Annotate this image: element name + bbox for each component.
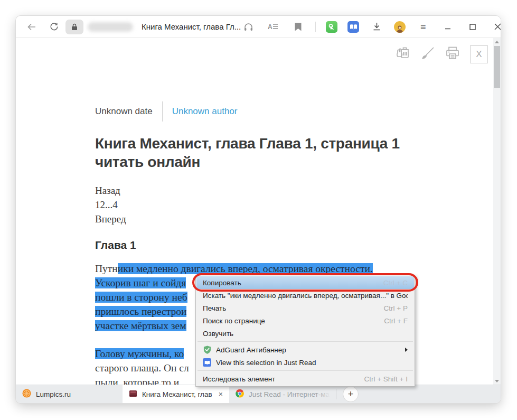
- menu-item-find-on-page[interactable]: Поиск по странице Ctrl + F: [196, 314, 414, 327]
- reload-icon[interactable]: [46, 20, 61, 34]
- scrollbar-thumb[interactable]: [494, 46, 500, 88]
- menu-item-search-google[interactable]: Искать "ики медленно двигались вперед, о…: [196, 289, 414, 302]
- article-title: Книга Механист, глава Глава 1, страница …: [95, 134, 418, 171]
- svg-text:A: A: [268, 23, 272, 31]
- minimize-icon[interactable]: [440, 20, 455, 34]
- browser-toolbar: Книга Механист, глава Гл... A: [16, 16, 501, 38]
- reader-mode-icon[interactable]: A: [266, 20, 280, 34]
- tab-just-read[interactable]: Just Read - Интернет-мага: [229, 385, 336, 403]
- nav-back-link[interactable]: Назад: [95, 183, 425, 198]
- menu-item-read-aloud[interactable]: Озвучить: [196, 327, 414, 340]
- tab-close-icon[interactable]: ×: [219, 390, 223, 398]
- shortcut-label: Ctrl + Shift + I: [358, 375, 408, 383]
- profile-avatar[interactable]: [394, 21, 406, 33]
- page-title: Книга Механист, глава Гл...: [142, 22, 241, 31]
- context-menu: Копировать Ctrl + C Искать "ики медленно…: [195, 275, 415, 387]
- tab-label-fade: [316, 385, 331, 403]
- selected-text: участке мёртвых зем: [95, 320, 186, 331]
- selected-text: Ускорив шаг и сойдя: [95, 277, 186, 288]
- lumpics-icon: [22, 389, 31, 399]
- toolbar-separator: [315, 22, 316, 32]
- close-icon[interactable]: [490, 20, 501, 34]
- submenu-arrow-icon: [405, 348, 408, 352]
- print-icon[interactable]: [445, 45, 460, 63]
- browser-window: Книга Механист, глава Гл... A: [16, 16, 501, 403]
- blurred-url: [88, 22, 133, 32]
- menu-item-just-read[interactable]: View this selection in Just Read: [196, 356, 414, 369]
- tab-title: Lumpics.ru: [36, 390, 116, 398]
- menu-item-adguard[interactable]: AdGuard Антибаннер: [196, 343, 414, 356]
- tabbar-separator: [336, 389, 336, 399]
- selected-text: пришлось перестрои: [95, 306, 186, 317]
- new-tab-button[interactable]: +: [343, 386, 359, 402]
- just-read-book-icon: [203, 358, 211, 367]
- shortcut-label: Ctrl + P: [378, 304, 408, 312]
- scroll-up-icon[interactable]: [493, 38, 501, 45]
- scrollbar[interactable]: [493, 38, 501, 385]
- scroll-down-icon[interactable]: [493, 377, 501, 385]
- tab-lumpics[interactable]: Lumpics.ru: [16, 385, 123, 403]
- shortcut-label: Ctrl + F: [378, 317, 408, 325]
- back-icon[interactable]: [24, 20, 39, 34]
- nav-pages[interactable]: 12...4: [95, 198, 425, 212]
- download-icon[interactable]: [369, 20, 384, 34]
- adguard-shield-icon: [203, 346, 211, 354]
- selected-text: Голову мужчины, ко: [95, 348, 184, 359]
- maximize-icon[interactable]: [465, 20, 480, 34]
- lock-icon[interactable]: [65, 20, 83, 34]
- shortcut-label: Ctrl + C: [377, 279, 408, 287]
- menu-item-inspect[interactable]: Исследовать элемент Ctrl + Shift + I: [196, 372, 414, 385]
- menu-item-copy[interactable]: Копировать Ctrl + C: [196, 276, 414, 289]
- article-pagination: Назад 12...4 Вперед: [95, 183, 425, 226]
- just-read-extension-icon[interactable]: [347, 21, 359, 33]
- menu-separator: [198, 341, 413, 342]
- article-author-link[interactable]: Unknown author: [172, 106, 238, 117]
- pointer-extension-icon[interactable]: [326, 21, 337, 33]
- chapter-heading: Глава 1: [95, 239, 425, 251]
- selected-text: ики медленно двигались вперед, осматрива…: [118, 263, 373, 274]
- book-icon: [129, 390, 137, 399]
- tab-kniga-mehanist[interactable]: Книга Механист, глава ×: [123, 385, 229, 403]
- bookmark-icon[interactable]: [290, 20, 305, 34]
- menu-separator: [198, 370, 413, 371]
- reader-content: X Unknown date Unknown author Книга Меха…: [16, 38, 501, 385]
- chrome-store-icon: [236, 389, 244, 399]
- menu-item-print[interactable]: Печать Ctrl + P: [196, 302, 414, 314]
- menu-icon[interactable]: ≡: [416, 20, 430, 34]
- close-reader-button[interactable]: X: [470, 45, 488, 63]
- article-meta: Unknown date Unknown author: [95, 101, 425, 122]
- article-date: Unknown date: [95, 106, 153, 117]
- tab-bar: Lumpics.ru Книга Механист, глава ×: [16, 385, 501, 403]
- nav-forward-link[interactable]: Вперед: [95, 212, 425, 226]
- tab-title: Книга Механист, глава: [142, 390, 212, 398]
- selected-text: пошли в сторону неб: [95, 292, 187, 303]
- headphones-icon[interactable]: [241, 20, 256, 34]
- meta-divider: [162, 101, 163, 122]
